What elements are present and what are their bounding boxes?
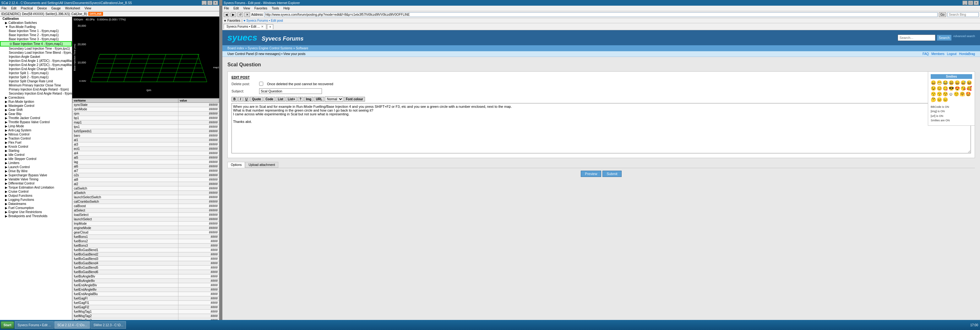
tree-item-mpict[interactable]: Minimum Primary Injector Close Time	[0, 83, 72, 88]
browser-restore-btn[interactable]: □	[968, 1, 973, 5]
tree-item-of[interactable]: ▶ Output Functions	[0, 194, 72, 198]
tree-item-dc[interactable]: ▶ Differential Control	[0, 181, 72, 185]
tree-item-ic[interactable]: ▶ Idle Control	[0, 153, 72, 157]
browser-close-btn[interactable]: ×	[974, 1, 979, 5]
tree-item-cc[interactable]: ▶ Cruise Control	[0, 190, 72, 194]
smiley-12[interactable]: 😍	[955, 86, 960, 91]
smiley-17[interactable]: 😚	[943, 91, 948, 96]
options-tab[interactable]: Options	[228, 162, 245, 168]
smiley-19[interactable]: 🙂	[954, 91, 959, 96]
list-plus-btn[interactable]: List+	[286, 97, 297, 102]
subject-input[interactable]	[259, 88, 322, 94]
tree-item-corrections[interactable]: ▶ Corrections	[0, 96, 72, 100]
tree-item-cal-switches[interactable]: ▶ Calibration Switches	[0, 21, 72, 25]
scal-minimize-btn[interactable]: _	[202, 1, 207, 5]
browser-menu-file[interactable]: File	[223, 6, 230, 10]
tree-item-bat[interactable]: ▶ Breakpoints and Thresholds	[0, 214, 72, 218]
browser-tab-active[interactable]: Syvecs Forums • Edit ... ✕	[224, 24, 266, 29]
tree-item-kc[interactable]: ▶ Knock Control	[0, 145, 72, 149]
tab-close-btn[interactable]: ✕	[261, 25, 264, 28]
tree-item-limiters[interactable]: ▶ Limiters	[0, 161, 72, 165]
style-select[interactable]: Normal	[325, 96, 343, 102]
smiley-9[interactable]: 😊	[937, 86, 942, 91]
smiley-21[interactable]: 🤩	[966, 91, 971, 96]
smiley-11[interactable]: 😎	[948, 86, 954, 91]
tree-item-ff[interactable]: ▶ Flex Fuel	[0, 140, 72, 145]
scal-menu-practical[interactable]: Practical	[20, 6, 33, 10]
tree-item-slitb[interactable]: Secondary Load Injection Time Blend - f(…	[0, 51, 72, 55]
smiley-14[interactable]: 🥰	[966, 86, 972, 91]
tree-item-iea2[interactable]: Injection End Angle 2 (ATDC) - f(rpm,map…	[0, 63, 72, 67]
back-btn[interactable]: ◀	[224, 12, 229, 17]
user-link[interactable]: HondaBrag	[959, 52, 975, 56]
smiley-1[interactable]: 😀	[931, 80, 936, 85]
tree-item-iea1[interactable]: Injection End Angle 1 (ATDC) - f(rpm,map…	[0, 59, 72, 63]
smiley-10[interactable]: 😋	[943, 86, 948, 91]
scal-menu-view[interactable]: View	[84, 6, 92, 10]
tree-item-is1[interactable]: Injector Split 1 - f(rpm,map1)	[0, 71, 72, 75]
taskbar-scal[interactable]: SCal 2.12.4 - C:\Do...	[54, 321, 90, 329]
go-btn[interactable]: Go	[939, 12, 946, 17]
tree-item-fc[interactable]: ▶ Fuel Consumption	[0, 206, 72, 210]
post-editor[interactable]: When you are in Scal and for example in …	[231, 103, 971, 153]
search-input[interactable]	[947, 12, 979, 17]
browser-menu-help[interactable]: Help	[282, 6, 291, 10]
tree-item-piear[interactable]: Primary Injection End Angle Retard - f(r…	[0, 88, 72, 91]
browser-menu-view[interactable]: View	[242, 6, 251, 10]
tree-item-gs[interactable]: ▶ Gear Shift	[0, 108, 72, 112]
stop-btn[interactable]: ✕	[244, 12, 250, 17]
forum-search-btn[interactable]: Search	[937, 35, 952, 41]
smiley-7[interactable]: 😆	[966, 80, 972, 85]
font-colour-btn[interactable]: Font colour	[344, 97, 365, 102]
tree-item-starting[interactable]: ▶ Starting	[0, 149, 72, 153]
favorite-syvecs[interactable]: ♥ Syvecs Forums • Edit post	[244, 19, 283, 22]
tree-item-angle-gasket[interactable]: Injection Angle Gasket	[0, 55, 72, 59]
smiley-4[interactable]: 😃	[948, 80, 954, 85]
tree-item-vvt[interactable]: ▶ Variable Valve Timing	[0, 177, 72, 181]
tree-item-tc[interactable]: ▶ Traction Control	[0, 136, 72, 140]
tree-item-bit3[interactable]: Base Injection Time 3 - f(rpm,map1)	[0, 37, 72, 41]
tree-item-lm[interactable]: ▶ Limp Mode	[0, 124, 72, 128]
list-btn[interactable]: List	[276, 97, 285, 102]
smiley-22[interactable]: 🤔	[931, 97, 936, 102]
members-link[interactable]: Members	[931, 52, 945, 56]
delete-checkbox[interactable]	[259, 82, 263, 86]
tree-item-scbv[interactable]: ▶ Supercharger Bypass Valve	[0, 173, 72, 177]
tree-item-als[interactable]: ▶ Anti-Lag System	[0, 128, 72, 132]
tree-item-iea-change[interactable]: Injection End Angle Change Rate Limit	[0, 67, 72, 71]
smiley-24[interactable]: 😑	[943, 97, 948, 102]
smiley-8[interactable]: 😉	[931, 86, 936, 91]
tree-item-tbvc[interactable]: ▶ Throttle Bypass Valve Control	[0, 120, 72, 124]
smiley-6[interactable]: 😅	[961, 80, 966, 85]
help-btn[interactable]: ?	[298, 97, 304, 102]
tree-item-slit[interactable]: Secondary Load Injection Time - f(rpm,tp…	[0, 46, 72, 51]
taskbar-syvecs[interactable]: Syvecs Forums • Edit ...	[15, 321, 54, 329]
code-btn[interactable]: Code	[264, 97, 275, 102]
start-button[interactable]: Start	[1, 321, 14, 329]
submit-btn[interactable]: Submit	[603, 171, 621, 177]
tree-item-wc[interactable]: ▶ Wastegate Control	[0, 104, 72, 108]
smiley-5[interactable]: 😄	[955, 80, 960, 85]
tree-item-gb[interactable]: ▶ Gear Blip	[0, 112, 72, 116]
tree-item-iscrl[interactable]: Injector Split Change Rate Limit	[0, 79, 72, 83]
img-btn[interactable]: Img	[304, 97, 313, 102]
tree-item-run-mode-fuelling[interactable]: ▼ Run-Mode Fuelling	[0, 25, 72, 29]
tree-item-bit4[interactable]: ⊙ Base Injection Time 4 - f(rpm,map1)	[0, 41, 72, 46]
tree-item-ds[interactable]: ▶ Datastreams	[0, 202, 72, 206]
smiley-3[interactable]: 😂	[943, 80, 948, 85]
browser-menu-tools[interactable]: Tools	[271, 6, 280, 10]
favorites-label[interactable]: ★ Favorites	[224, 19, 240, 22]
italic-btn[interactable]: I	[238, 97, 243, 102]
url-btn[interactable]: URL	[314, 97, 324, 102]
tree-item-lf[interactable]: ▶ Logging Functions	[0, 198, 72, 202]
smiley-18[interactable]: ☺	[948, 91, 953, 96]
underline-btn[interactable]: U	[243, 97, 250, 102]
smiley-23[interactable]: 😐	[937, 97, 942, 102]
scal-maximize-btn[interactable]: □	[207, 1, 212, 5]
scal-menu-file[interactable]: File	[1, 6, 8, 10]
tree-item-siear[interactable]: Secondary Injection End Angle Retard - f…	[0, 91, 72, 96]
advanced-search-link[interactable]: Advanced search	[953, 35, 975, 41]
tree-item-teal[interactable]: ▶ Torque Estimation And Limitation	[0, 185, 72, 190]
logout-link[interactable]: Logout	[947, 52, 957, 56]
scal-menu-device[interactable]: Device	[37, 6, 48, 10]
